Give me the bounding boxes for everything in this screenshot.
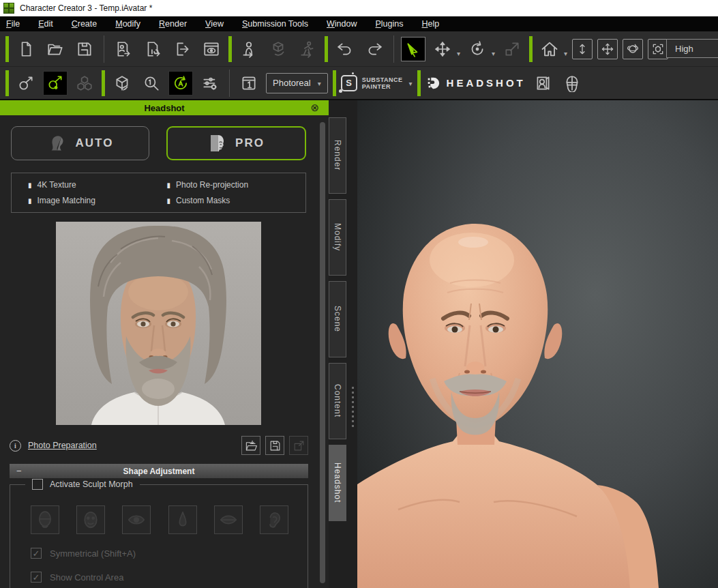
pose-edit-button[interactable] [14, 71, 38, 95]
new-project-button[interactable] [14, 37, 38, 61]
headshot-mesh-button[interactable] [560, 71, 584, 95]
close-panel-button[interactable]: ⊗ [310, 101, 319, 115]
symmetrical-row: ✓ Symmetrical (Shift+A) [31, 548, 136, 559]
tab-render[interactable]: Render [329, 117, 346, 194]
tab-content[interactable]: Content [329, 363, 346, 439]
activate-sculpt-morph-label: Activate Sculpt Morph [50, 480, 133, 489]
camera-pan-button[interactable] [597, 39, 618, 59]
rotate-options-caret[interactable]: ▾ [492, 50, 495, 57]
shape-adjustment-header[interactable]: − Shape Adjustment [10, 464, 308, 478]
headshot-image-button[interactable] [530, 71, 555, 95]
pro-face-icon [208, 133, 227, 153]
zoom-object-button[interactable] [139, 71, 164, 95]
tab-scene[interactable]: Scene [329, 281, 346, 357]
activate-sculpt-morph-checkbox[interactable] [32, 479, 43, 490]
sculpt-morph-group: Activate Sculpt Morph ✓ Symmetrical (Shi… [10, 484, 308, 588]
show-control-area-checkbox: ✓ [31, 572, 42, 583]
shape-adjustment-title: Shape Adjustment [123, 467, 195, 476]
menu-edit[interactable]: Edit [38, 19, 53, 29]
substance-caret[interactable]: ▾ [409, 80, 413, 87]
info-icon[interactable]: i [10, 440, 21, 452]
save-project-button[interactable] [72, 37, 97, 61]
save-headshot-button[interactable] [265, 436, 284, 455]
collapse-icon[interactable]: − [16, 464, 22, 478]
menu-window[interactable]: Window [327, 19, 357, 29]
bullet-icon: ▮ [28, 197, 32, 205]
substance-painter-icon: S [341, 75, 357, 91]
export-button[interactable] [170, 37, 194, 61]
frame-one-button[interactable] [237, 71, 261, 95]
headshot-panel-header[interactable]: Headshot ⊗ [0, 100, 329, 115]
source-photo-preview [56, 222, 261, 425]
toolbar-divider [393, 35, 394, 63]
headshot-logo-icon [425, 76, 440, 91]
feature-photo-reprojection: ▮Photo Re-projection [167, 180, 306, 190]
toolbar-divider [104, 35, 104, 63]
home-options-caret[interactable]: ▾ [564, 50, 567, 57]
photo-preparation-link[interactable]: Photo Preparation [28, 441, 97, 450]
camera-zoom-button[interactable] [572, 39, 593, 59]
morph-mouth-button [214, 505, 243, 534]
toolbar-separator [102, 70, 105, 96]
move-options-caret[interactable]: ▾ [457, 50, 460, 57]
pro-mode-label: PRO [235, 136, 265, 150]
menu-create[interactable]: Create [72, 19, 98, 29]
render-mode-caret: ▾ [318, 80, 321, 87]
headshot-plugin-button[interactable]: HEADSHOT [425, 76, 526, 91]
morph-ear-button [260, 505, 288, 534]
display-settings-button[interactable] [198, 71, 222, 95]
photo-preparation-row: i Photo Preparation [10, 435, 308, 456]
auto-mode-button[interactable]: AUTO [11, 126, 149, 160]
window-title: Character Creator 3 - Temp.iAvatar * [20, 3, 152, 13]
menu-render[interactable]: Render [159, 19, 187, 29]
quality-dropdown[interactable]: High [666, 39, 718, 58]
menu-plugins[interactable]: Plugins [376, 19, 404, 29]
toolbar-separator [529, 36, 533, 62]
panel-scrollbar[interactable] [320, 122, 325, 583]
render-mode-dropdown[interactable]: Photoreal ▾ [266, 73, 328, 93]
export-iclone-button[interactable] [140, 37, 165, 61]
camera-orbit-button[interactable] [623, 39, 643, 59]
pose-preview-button[interactable] [43, 71, 68, 95]
auto-orient-button[interactable] [168, 71, 193, 95]
toolbar-divider [229, 70, 230, 97]
menu-modify[interactable]: Modify [115, 19, 140, 29]
titlebar: Character Creator 3 - Temp.iAvatar * [0, 0, 718, 16]
redo-button[interactable] [362, 37, 387, 61]
select-tool-button[interactable] [401, 37, 425, 61]
render-preview-button[interactable] [199, 37, 224, 61]
substance-line1: SUBSTANCE [362, 76, 403, 83]
character-tool-button[interactable] [237, 37, 261, 61]
auto-head-icon [47, 133, 68, 153]
menu-submission-tools[interactable]: Submission Tools [242, 19, 308, 29]
rotate-tool-button[interactable] [465, 37, 490, 61]
app-icon [3, 3, 14, 14]
camera-frame-button[interactable] [648, 39, 668, 59]
menu-file[interactable]: File [6, 19, 20, 29]
tab-headshot[interactable]: Headshot [329, 445, 346, 521]
object-one-button[interactable] [110, 71, 134, 95]
bullet-icon: ▮ [167, 197, 171, 205]
export-headshot-button [289, 436, 308, 455]
viewport-3d[interactable] [357, 100, 718, 588]
open-project-button[interactable] [43, 37, 68, 61]
menu-view[interactable]: View [205, 19, 224, 29]
home-view-button[interactable] [537, 37, 562, 61]
load-image-button[interactable] [241, 436, 260, 455]
panel-drag-grip[interactable] [352, 387, 354, 427]
render-mode-value: Photoreal [273, 78, 311, 88]
pro-mode-button[interactable]: PRO [166, 126, 306, 160]
symmetrical-label: Symmetrical (Shift+A) [50, 548, 136, 559]
symmetrical-checkbox: ✓ [31, 548, 42, 559]
export-character-button[interactable] [111, 37, 136, 61]
tab-modify[interactable]: Modify [329, 199, 346, 276]
motion-tool-button [295, 37, 320, 61]
toolbar-separator [333, 70, 336, 96]
menu-help[interactable]: Help [422, 19, 440, 29]
move-tool-button[interactable] [430, 37, 455, 61]
toolbar-separator [5, 36, 9, 62]
headshot-panel-title: Headshot [144, 103, 184, 113]
show-control-area-label: Show Control Area [50, 572, 123, 583]
substance-painter-button[interactable]: S SUBSTANCE PAINTER ▾ [341, 75, 413, 91]
undo-button[interactable] [333, 37, 357, 61]
